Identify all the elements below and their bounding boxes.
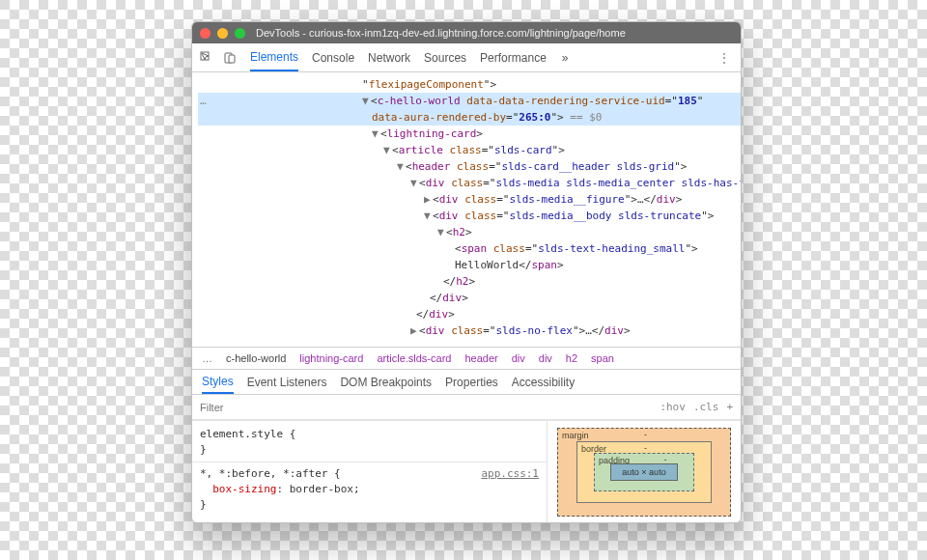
styles-filter-row: :hov .cls + — [192, 395, 741, 420]
subtab-properties[interactable]: Properties — [445, 376, 498, 389]
subtab-dom-breakpoints[interactable]: DOM Breakpoints — [340, 376, 432, 389]
tree-ellipsis[interactable]: … — [200, 93, 207, 109]
breadcrumb-item[interactable]: span — [591, 352, 614, 364]
devtools-window: DevTools - curious-fox-inm1zq-dev-ed.lig… — [191, 21, 742, 523]
box-model[interactable]: margin- border- padding- auto × auto — [548, 421, 741, 522]
subtab-styles[interactable]: Styles — [202, 370, 234, 394]
tab-network[interactable]: Network — [368, 43, 410, 71]
styles-filter-input[interactable] — [200, 402, 652, 413]
tab-elements[interactable]: Elements — [250, 43, 298, 71]
tab-sources[interactable]: Sources — [424, 43, 466, 71]
breadcrumb-item[interactable]: lightning-card — [299, 352, 363, 364]
breadcrumb-bar[interactable]: … c-hello-world lightning-card article.s… — [192, 347, 741, 370]
cls-toggle[interactable]: .cls — [693, 401, 719, 413]
main-toolbar: Elements Console Network Sources Perform… — [192, 43, 741, 72]
styles-list[interactable]: element.style { } *, *:before, *:after {… — [192, 421, 548, 522]
device-icon[interactable] — [221, 49, 239, 67]
dom-tree[interactable]: "flexipageComponent"> … ▼<c-hello-world … — [192, 72, 741, 347]
close-dot-icon[interactable] — [200, 28, 211, 39]
box-content: auto × auto — [610, 463, 678, 481]
breadcrumb-item[interactable]: h2 — [566, 352, 577, 364]
titlebar[interactable]: DevTools - curious-fox-inm1zq-dev-ed.lig… — [192, 22, 741, 43]
zoom-dot-icon[interactable] — [235, 28, 245, 39]
minimize-dot-icon[interactable] — [217, 28, 228, 39]
expand-icon[interactable]: ▼ — [362, 93, 371, 109]
kebab-menu-icon[interactable]: ⋮ — [714, 50, 735, 66]
tab-console[interactable]: Console — [312, 43, 354, 71]
styles-tabs: Styles Event Listeners DOM Breakpoints P… — [192, 370, 741, 395]
style-source-link[interactable]: app.css:1 — [481, 466, 539, 482]
window-title: DevTools - curious-fox-inm1zq-dev-ed.lig… — [256, 27, 626, 39]
breadcrumb-ellipsis[interactable]: … — [202, 352, 212, 364]
tabs-overflow-icon[interactable]: » — [562, 43, 569, 71]
breadcrumb-item[interactable]: div — [539, 352, 552, 364]
subtab-accessibility[interactable]: Accessibility — [512, 376, 575, 389]
breadcrumb-item[interactable]: div — [512, 352, 525, 364]
breadcrumb-item[interactable]: header — [464, 352, 497, 364]
inspect-icon[interactable] — [198, 49, 215, 67]
new-rule-button[interactable]: + — [726, 401, 733, 413]
svg-rect-2 — [229, 55, 235, 63]
breadcrumb-item[interactable]: article.slds-card — [377, 352, 451, 364]
style-selector: *, *:before, *:after { — [200, 467, 341, 480]
dom-text: flexipageComponent — [369, 78, 484, 91]
subtab-event-listeners[interactable]: Event Listeners — [247, 376, 327, 389]
tab-performance[interactable]: Performance — [480, 43, 547, 71]
style-selector: element.style { — [200, 427, 539, 442]
styles-panel: element.style { } *, *:before, *:after {… — [192, 420, 741, 522]
hov-toggle[interactable]: :hov — [660, 401, 686, 413]
panel-tabs: Elements Console Network Sources Perform… — [250, 43, 569, 71]
breadcrumb-item[interactable]: c-hello-world — [226, 352, 286, 364]
